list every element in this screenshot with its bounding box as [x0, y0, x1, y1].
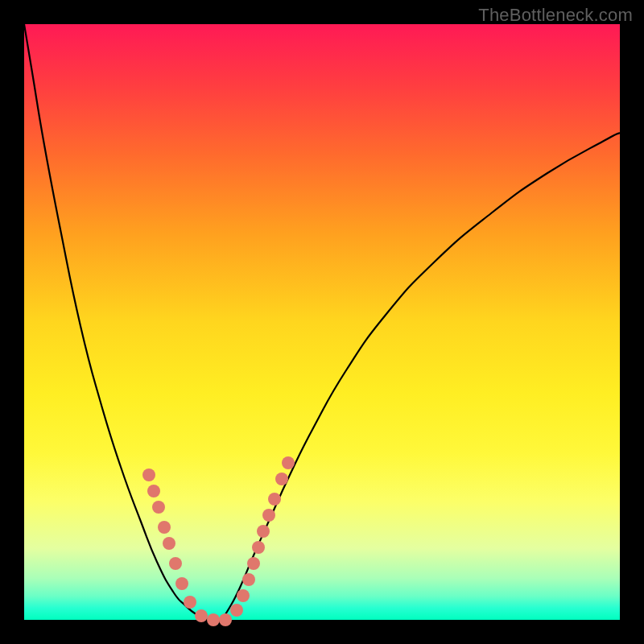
marker-dot: [142, 469, 155, 481]
marker-dot: [237, 589, 250, 602]
plot-area: [24, 24, 620, 620]
marker-dot: [152, 501, 165, 514]
marker-dot: [282, 456, 295, 469]
marker-dots: [142, 456, 295, 626]
marker-dot: [219, 613, 232, 626]
marker-dot: [158, 521, 171, 534]
marker-dot: [252, 541, 265, 554]
watermark-text: TheBottleneck.com: [478, 5, 633, 26]
marker-dot: [262, 509, 275, 522]
chart-frame: TheBottleneck.com: [0, 0, 644, 644]
marker-dot: [230, 604, 243, 617]
marker-dot: [195, 609, 208, 622]
marker-dot: [175, 577, 188, 590]
marker-dot: [169, 557, 182, 570]
marker-dot: [275, 473, 288, 485]
right-curve: [221, 133, 620, 620]
marker-dot: [207, 613, 220, 626]
marker-dot: [247, 557, 260, 570]
left-curve: [24, 24, 221, 621]
marker-dot: [268, 493, 281, 506]
marker-dot: [257, 525, 270, 538]
chart-svg: [24, 24, 620, 620]
marker-dot: [147, 485, 160, 497]
marker-dot: [163, 537, 175, 550]
marker-dot: [184, 596, 196, 609]
marker-dot: [242, 573, 255, 586]
